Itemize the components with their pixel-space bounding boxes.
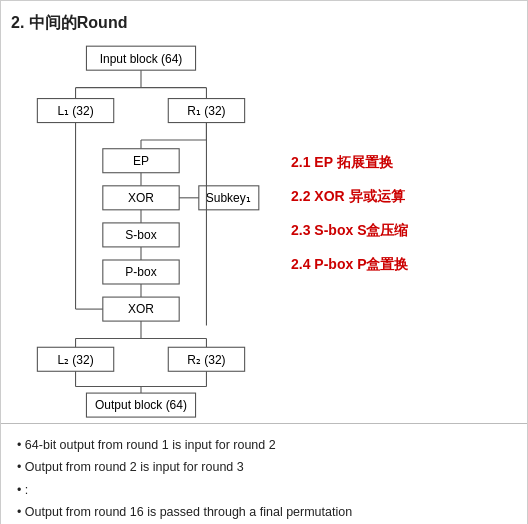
- page-title: 2. 中间的Round: [11, 13, 127, 34]
- bullet-list: 64-bit output from round 1 is input for …: [17, 434, 511, 524]
- right-item-3: 2.3 S-box S盒压缩: [291, 219, 517, 243]
- right-item-1: 2.1 EP 拓展置换: [291, 151, 517, 175]
- xor2-label: XOR: [128, 302, 154, 316]
- r2-label: R₂ (32): [187, 353, 225, 367]
- page: 2. 中间的Round Input block (64) L₁ (32): [0, 0, 528, 524]
- l1-label: L₁ (32): [57, 104, 93, 118]
- xor1-label: XOR: [128, 191, 154, 205]
- diagram-svg: Input block (64) L₁ (32) R₁ (32): [21, 44, 261, 415]
- subkey-label: Subkey₁: [206, 191, 251, 205]
- right-item-2: 2.2 XOR 异或运算: [291, 185, 517, 209]
- l2-label: L₂ (32): [57, 353, 93, 367]
- right-section: 2.1 EP 拓展置换 2.2 XOR 异或运算 2.3 S-box S盒压缩 …: [281, 13, 517, 415]
- right-item-4: 2.4 P-box P盒置换: [291, 253, 517, 277]
- bullet-4: Output from round 16 is passed through a…: [17, 501, 511, 524]
- ep-label: EP: [133, 154, 149, 168]
- sbox-label: S-box: [125, 228, 156, 242]
- diagram-area: 2. 中间的Round Input block (64) L₁ (32): [11, 13, 271, 415]
- bullet-2: Output from round 2 is input for round 3: [17, 456, 511, 479]
- r1-label: R₁ (32): [187, 104, 225, 118]
- pbox-label: P-box: [125, 265, 156, 279]
- bottom-section: 64-bit output from round 1 is input for …: [1, 423, 527, 524]
- bullet-1: 64-bit output from round 1 is input for …: [17, 434, 511, 457]
- input-block-label: Input block (64): [100, 52, 183, 66]
- top-section: 2. 中间的Round Input block (64) L₁ (32): [1, 1, 527, 423]
- bullet-3: :: [17, 479, 511, 502]
- output-block-label: Output block (64): [95, 398, 187, 412]
